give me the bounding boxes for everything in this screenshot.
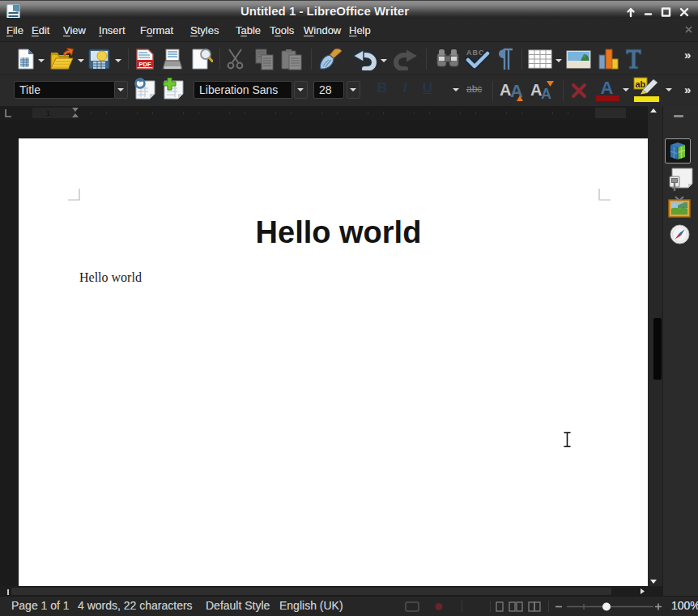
- svg-text:A: A: [601, 78, 614, 98]
- svg-text:PDF: PDF: [139, 61, 151, 68]
- svg-text:1: 1: [46, 109, 50, 117]
- svg-text:ab: ab: [636, 79, 646, 89]
- svg-text:A: A: [541, 86, 551, 102]
